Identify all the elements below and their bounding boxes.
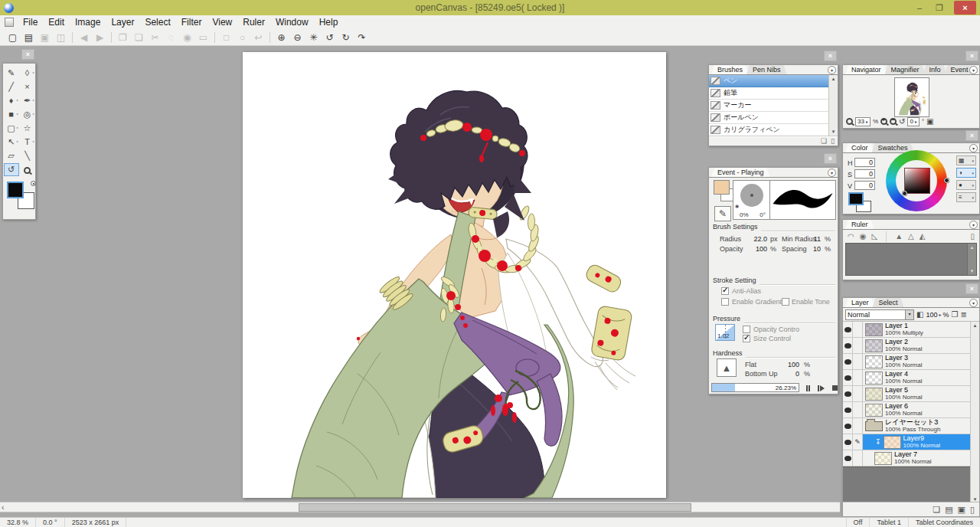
foreground-color-swatch[interactable] (7, 182, 24, 198)
layer-visibility-cell[interactable] (843, 418, 853, 434)
ruler-scrollbar[interactable]: ▴ ▾ (967, 244, 976, 275)
navigator-thumbnail[interactable] (894, 77, 929, 117)
canvas[interactable] (243, 52, 666, 498)
layer-visibility-cell[interactable] (843, 434, 853, 450)
tab-color[interactable]: Color (845, 143, 874, 152)
foreground-color-swatch[interactable] (848, 192, 864, 205)
layer-edit-cell[interactable] (853, 386, 863, 401)
swatch-toggle-radio[interactable] (31, 181, 36, 186)
panel-menu-icon[interactable]: ▾ (828, 66, 836, 74)
layer-thumb-toggle-icon[interactable]: ◧ (916, 310, 923, 319)
layer-edit-cell[interactable] (853, 322, 863, 337)
panel-menu-icon[interactable]: ▾ (969, 221, 978, 229)
redo-all-icon[interactable]: ↷ (354, 32, 370, 43)
brushes-close-button[interactable]: × (824, 51, 837, 61)
bar-mode-button[interactable]: ≡▾ (956, 192, 976, 202)
perspective-ruler-icon[interactable]: ▲ (895, 232, 903, 241)
tab-navigator[interactable]: Navigator (845, 65, 887, 74)
panel-menu-icon[interactable]: ▾ (828, 169, 836, 177)
eyedropper-tool[interactable]: ╲ (20, 149, 35, 162)
scroll-down-icon[interactable]: ▾ (968, 267, 976, 275)
pressure-curve-editor[interactable]: 1.02 (715, 324, 735, 341)
layer-row-2[interactable]: Layer 3100% Normal (843, 354, 979, 370)
brush-list-scrollbar[interactable]: ▴ ▾ (828, 75, 838, 136)
menu-item-edit[interactable]: Edit (43, 15, 70, 29)
layer-row-5[interactable]: Layer 6100% Normal (843, 402, 979, 418)
undo-icon[interactable]: ↺ (322, 32, 338, 43)
text-tool[interactable]: T (20, 136, 35, 149)
pen-mode-button[interactable]: ✎ (714, 206, 731, 221)
blur-tool[interactable]: ♦ (4, 94, 19, 107)
scroll-left-icon[interactable]: ‹ (2, 502, 4, 512)
layer-row-3[interactable]: Layer 4100% Normal (843, 370, 979, 386)
menu-item-layer[interactable]: Layer (106, 15, 139, 29)
tab-magnifier[interactable]: Magnifier (885, 65, 926, 74)
layer-row-content[interactable]: Layer 5100% Normal (863, 386, 970, 401)
tab-ruler[interactable]: Ruler (845, 220, 874, 229)
size-control-checkbox[interactable] (743, 335, 750, 342)
menu-item-image[interactable]: Image (70, 15, 106, 29)
layer-lock-icon[interactable]: ❐ (952, 310, 959, 319)
layer-edit-cell[interactable] (853, 402, 863, 417)
layer-row-7[interactable]: ✎↧Layer9100% Normal (843, 434, 979, 450)
toolbox-close-button[interactable]: × (21, 49, 34, 60)
spinner-icon[interactable]: ▸ (915, 118, 917, 126)
focus-ruler-icon[interactable]: ◭ (920, 232, 926, 241)
spinner-icon[interactable]: ▸ (939, 312, 941, 317)
anti-alias-checkbox[interactable] (721, 287, 729, 295)
slider-mode-button[interactable]: ▦▾ (956, 155, 976, 165)
layer-row-1[interactable]: Layer 2100% Normal (843, 338, 979, 354)
wheel-mode-button[interactable]: ◑▾ (956, 168, 976, 178)
event-close-button[interactable]: × (824, 153, 837, 164)
restore-button[interactable]: ❐ (929, 1, 949, 15)
layer-edit-cell[interactable] (853, 354, 863, 369)
rotate-view-icon[interactable]: ↺ (899, 117, 905, 126)
fit-view-icon[interactable]: ▣ (926, 117, 933, 126)
playback-progress-bar[interactable]: 26.23% (711, 383, 799, 392)
layer-visibility-cell[interactable] (843, 354, 853, 369)
layer-row-content[interactable]: ↧Layer9100% Normal (863, 434, 970, 450)
blend-mode-dropdown[interactable]: Normal▾ (845, 309, 914, 320)
brush-item[interactable]: ペン (709, 75, 828, 87)
sv-square[interactable] (904, 168, 930, 194)
zoom-reset-icon[interactable] (846, 118, 853, 125)
v-input[interactable]: 0 (854, 181, 875, 190)
menu-item-select[interactable]: Select (139, 15, 175, 29)
menu-item-help[interactable]: Help (314, 15, 344, 29)
navigator-close-button[interactable]: × (965, 51, 978, 61)
sv-marker[interactable] (902, 191, 907, 196)
layer-visibility-cell[interactable] (843, 370, 853, 385)
pause-button[interactable] (802, 384, 813, 392)
smudge-tool[interactable]: × (20, 80, 35, 93)
spinner-icon[interactable]: ▸ (866, 118, 868, 126)
layer-row-content[interactable]: Layer 2100% Normal (863, 338, 970, 353)
menu-item-ruler[interactable]: Ruler (237, 15, 270, 29)
redo-icon[interactable]: ↻ (338, 32, 354, 43)
enable-tone-checkbox[interactable] (782, 298, 789, 306)
layer-list-mode-icon[interactable]: ≣ (960, 310, 966, 319)
zoom-tool[interactable] (20, 163, 35, 176)
layer-row-content[interactable]: Layer 4100% Normal (863, 370, 970, 385)
event-main-color-swatch[interactable] (714, 180, 730, 195)
color-close-button[interactable]: × (965, 130, 978, 141)
close-button[interactable]: × (954, 1, 976, 15)
opacity-control-checkbox[interactable] (743, 326, 750, 333)
new-layer-set-button[interactable]: ▤ (945, 505, 952, 515)
layer-row-4[interactable]: Layer 5100% Normal (843, 386, 979, 402)
line-ruler-icon[interactable]: ◺ (871, 232, 877, 241)
layer-edit-cell[interactable] (853, 418, 863, 434)
transfer-layer-button[interactable]: ▣ (958, 505, 965, 515)
select-tool[interactable]: ▢ (4, 122, 19, 135)
new-layer-button[interactable]: ❏ (933, 505, 940, 515)
tab-layer[interactable]: Layer (845, 298, 875, 307)
layer-visibility-cell[interactable] (843, 402, 853, 417)
layer-row-content[interactable]: レイヤーセット3100% Pass Through (863, 418, 970, 434)
rotate-canvas-tool[interactable]: ↺ (4, 163, 19, 176)
delete-layer-button[interactable]: ▯ (970, 505, 975, 515)
layer-scrollbar[interactable]: ▴ ▾ (970, 322, 979, 503)
curve-ruler-icon[interactable]: ◠ (848, 232, 854, 241)
tab-brushes[interactable]: Brushes (711, 65, 749, 74)
layer-row-0[interactable]: Layer 1100% Multiply (843, 322, 979, 338)
hardness-curve-button[interactable]: ▲ (717, 358, 737, 377)
tab-info[interactable]: Info (923, 65, 947, 74)
